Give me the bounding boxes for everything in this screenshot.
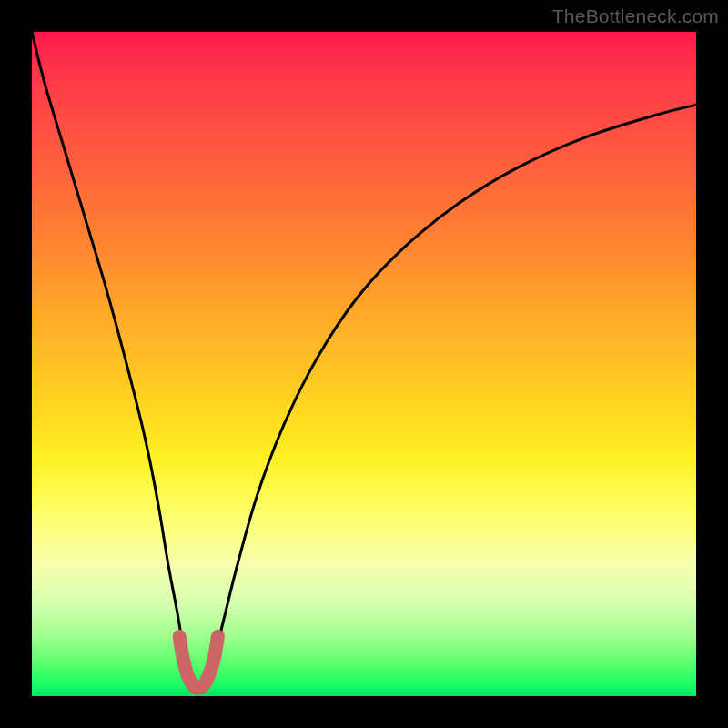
- optimum-zone: [179, 636, 217, 688]
- watermark-text: TheBottleneck.com: [552, 5, 719, 27]
- curves-svg: [32, 32, 696, 696]
- bottleneck-curve: [32, 32, 696, 693]
- chart-frame: TheBottleneck.com: [0, 0, 728, 728]
- plot-area: [32, 32, 696, 696]
